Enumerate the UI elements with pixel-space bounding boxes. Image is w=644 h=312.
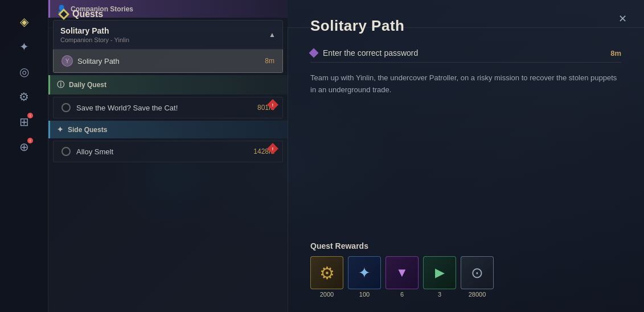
sidebar-item-daily[interactable]: ⊞ ! <box>14 112 34 132</box>
reward-count-2: 6 <box>400 291 404 298</box>
reward-icon-4: ⊙ <box>471 264 483 282</box>
quests-diamond-icon <box>58 9 69 20</box>
chevron-up-icon: ▲ <box>269 31 276 39</box>
reward-box-3: ▶ <box>423 256 456 289</box>
rewards-row: ⚙ 2000 ✦ 100 ▼ 6 ▶ <box>310 256 621 298</box>
reward-count-3: 3 <box>438 291 441 298</box>
reward-box-1: ✦ <box>348 256 381 289</box>
side-section-icon: ✦ <box>57 125 63 134</box>
reward-icon-3: ▶ <box>435 265 445 280</box>
objective-left: Enter the correct password <box>310 48 418 58</box>
circle-check-icon <box>61 103 71 112</box>
alloy-item-name: Alloy Smelt <box>76 147 113 156</box>
section-header-side: ✦ Side Quests <box>48 121 288 138</box>
reward-item-4: ⊙ 28000 <box>461 256 494 298</box>
detail-panel: Solitary Path Enter the correct password… <box>288 0 644 312</box>
reward-icon-1: ✦ <box>358 264 371 282</box>
objective-diamond-icon <box>309 48 319 58</box>
reward-icon-0: ⚙ <box>319 263 335 283</box>
objective-row: Enter the correct password 8m <box>310 44 621 63</box>
daily-item-name: Save the World? Save the Cat! <box>76 104 178 112</box>
person-icon: ◎ <box>19 65 29 79</box>
alloy-item-left: Alloy Smelt <box>61 147 113 156</box>
home-icon: ◈ <box>20 15 28 28</box>
daily-badge: ! <box>27 113 33 118</box>
reward-box-0: ⚙ <box>310 256 343 289</box>
sidebar-item-add[interactable]: ⊕ ! <box>14 137 34 157</box>
quest-sub-item-solitary[interactable]: Y Solitary Path 8m <box>53 50 283 73</box>
sidebar-item-person[interactable]: ◎ <box>14 61 34 82</box>
sub-item-left: Y Solitary Path <box>61 55 120 67</box>
reward-count-0: 2000 <box>320 291 334 298</box>
reward-count-1: 100 <box>359 291 370 298</box>
daily-section-label: Daily Quest <box>69 81 106 89</box>
gear-icon: ⚙ <box>19 90 29 104</box>
character-avatar-icon: Y <box>61 55 73 67</box>
detail-description: Team up with Yinlin, the undercover Patr… <box>310 72 621 96</box>
close-button[interactable]: ✕ <box>612 9 633 29</box>
objective-time: 8m <box>610 49 621 58</box>
app-title: Quests <box>72 9 103 19</box>
sub-item-name: Solitary Path <box>77 57 120 65</box>
quest-group-title-block: Solitary Path Companion Story - Yinlin <box>60 26 129 43</box>
sidebar-item-home[interactable]: ◈ <box>14 11 34 32</box>
sub-item-time: 8m <box>265 57 274 65</box>
add-badge: ! <box>27 138 33 143</box>
rewards-section: Quest Rewards ⚙ 2000 ✦ 100 ▼ <box>310 241 621 298</box>
sidebar-item-settings[interactable]: ⚙ <box>14 87 34 107</box>
close-icon: ✕ <box>616 12 629 26</box>
reward-count-4: 28000 <box>469 291 486 298</box>
reward-box-4: ⊙ <box>461 256 494 289</box>
quest-item-save-world[interactable]: Save the World? Save the Cat! 801m <box>53 97 283 118</box>
quest-list-panel: 👤 Companion Stories Solitary Path Compan… <box>48 0 288 312</box>
reward-icon-2: ▼ <box>396 265 408 280</box>
shield-icon: ✦ <box>19 40 29 54</box>
reward-item-1: ✦ 100 <box>348 256 381 298</box>
app-title-container: Quests <box>60 9 103 19</box>
rewards-title: Quest Rewards <box>310 241 621 251</box>
top-bar: Quests <box>48 0 644 28</box>
sidebar-item-shield[interactable]: ✦ <box>14 36 34 57</box>
reward-box-2: ▼ <box>385 256 419 289</box>
side-section-label: Side Quests <box>68 126 107 134</box>
reward-item-3: ▶ 3 <box>423 256 456 298</box>
reward-item-2: ▼ 6 <box>385 256 419 298</box>
quest-group-sub-title: Companion Story - Yinlin <box>60 36 129 43</box>
circle-icon-alloy <box>61 147 71 156</box>
quest-item-alloy[interactable]: Alloy Smelt 1428m <box>53 141 283 162</box>
sidebar: ◈ ✦ ◎ ⚙ ⊞ ! ⊕ ! <box>0 0 48 312</box>
section-header-daily: ⓘ Daily Quest <box>48 75 288 95</box>
objective-text: Enter the correct password <box>323 48 418 58</box>
daily-section-icon: ⓘ <box>57 80 64 90</box>
daily-item-left: Save the World? Save the Cat! <box>61 103 178 112</box>
reward-item-0: ⚙ 2000 <box>310 256 343 298</box>
